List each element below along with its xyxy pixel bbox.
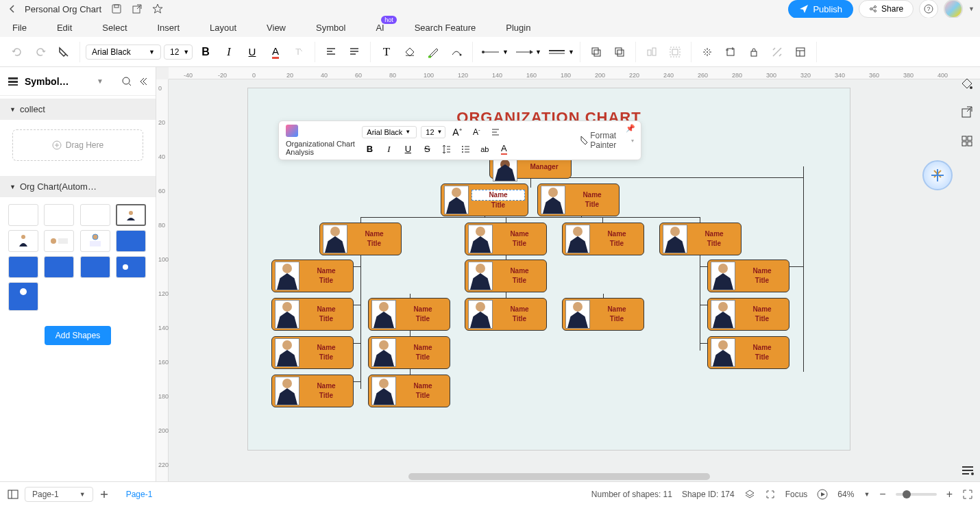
layers-icon[interactable] bbox=[744, 489, 755, 500]
sidebar-dropdown-icon[interactable]: ▼ bbox=[97, 77, 103, 85]
save-icon[interactable] bbox=[110, 2, 123, 16]
shape-thumb[interactable] bbox=[8, 204, 38, 226]
org-node[interactable]: NameTitle bbox=[368, 298, 450, 331]
distribute-button[interactable] bbox=[697, 42, 718, 62]
line-style-button[interactable]: ▼ bbox=[544, 42, 574, 62]
org-node[interactable]: NameTitle bbox=[368, 336, 450, 369]
org-node[interactable]: NameTitle bbox=[271, 375, 354, 407]
presentation-icon[interactable] bbox=[817, 489, 828, 500]
zoom-in-button[interactable]: + bbox=[946, 488, 953, 501]
undo-button[interactable] bbox=[7, 42, 27, 62]
zoom-value[interactable]: 64% bbox=[837, 490, 854, 499]
menu-symbol[interactable]: Symbol bbox=[316, 23, 345, 33]
font-size-select[interactable]: 12▼ bbox=[164, 45, 193, 60]
org-node[interactable]: NameTitle bbox=[562, 223, 644, 255]
org-node[interactable]: NameTitle bbox=[562, 298, 644, 331]
connector-button[interactable] bbox=[446, 42, 467, 62]
float-line-spacing-icon[interactable] bbox=[439, 142, 454, 157]
org-node[interactable]: NameTitle bbox=[465, 298, 547, 331]
drag-here-zone[interactable]: Drag Here bbox=[12, 129, 143, 161]
shape-thumb[interactable] bbox=[80, 256, 110, 278]
format-painter-icon[interactable] bbox=[579, 134, 588, 147]
menu-file[interactable]: File bbox=[12, 23, 27, 33]
menu-plugin[interactable]: Plugin bbox=[506, 23, 530, 33]
font-color-button[interactable]: A bbox=[265, 42, 286, 62]
float-font-color-button[interactable]: A bbox=[496, 142, 511, 157]
share-button[interactable]: Share bbox=[859, 0, 914, 18]
line-end-button[interactable]: ▼ bbox=[511, 42, 541, 62]
search-icon[interactable] bbox=[121, 76, 132, 87]
org-node[interactable]: NameTitle bbox=[271, 336, 354, 369]
zoom-slider[interactable] bbox=[896, 493, 937, 496]
org-node[interactable]: NameTitle bbox=[659, 223, 742, 255]
float-case-button[interactable]: ab bbox=[477, 142, 492, 157]
menu-search-feature[interactable]: Search Feature bbox=[415, 23, 476, 33]
menu-edit[interactable]: Edit bbox=[57, 23, 72, 33]
highlight-button[interactable] bbox=[423, 42, 443, 62]
org-node[interactable]: NameTitle bbox=[271, 260, 354, 292]
user-menu-caret[interactable]: ▼ bbox=[968, 5, 975, 12]
clear-format-button[interactable]: T bbox=[289, 42, 309, 62]
text-tool-button[interactable]: T bbox=[376, 42, 397, 62]
shape-thumb[interactable] bbox=[116, 230, 146, 252]
lock-button[interactable] bbox=[744, 42, 764, 62]
redo-button[interactable] bbox=[30, 42, 51, 62]
float-size-select[interactable]: 12▼ bbox=[421, 126, 445, 138]
org-node-selected[interactable]: NameTitle bbox=[441, 184, 528, 216]
align-objects-button[interactable] bbox=[641, 42, 662, 62]
shape-thumb[interactable] bbox=[116, 256, 146, 278]
pin-icon[interactable]: 📌 bbox=[626, 124, 635, 133]
node-name[interactable]: Name bbox=[471, 190, 525, 201]
shape-thumb[interactable] bbox=[8, 230, 38, 252]
menu-ai[interactable]: AI hot bbox=[376, 23, 384, 33]
underline-button[interactable]: U bbox=[242, 42, 262, 62]
menu-layout[interactable]: Layout bbox=[210, 23, 236, 33]
horizontal-scrollbar[interactable] bbox=[408, 473, 710, 480]
view-options-icon[interactable] bbox=[961, 465, 975, 476]
publish-button[interactable]: Publish bbox=[788, 0, 853, 18]
library-icon[interactable] bbox=[7, 75, 19, 88]
float-bold-button[interactable]: B bbox=[362, 142, 377, 157]
shape-thumb[interactable] bbox=[80, 204, 110, 226]
focus-frame-icon[interactable] bbox=[765, 489, 776, 500]
shape-thumb[interactable] bbox=[44, 204, 74, 226]
org-node[interactable]: NameTitle bbox=[707, 336, 789, 369]
shape-thumb[interactable] bbox=[116, 204, 146, 226]
float-bullets-icon[interactable] bbox=[458, 142, 473, 157]
decrease-font-icon[interactable]: A- bbox=[469, 125, 484, 140]
export-panel-icon[interactable] bbox=[959, 104, 975, 121]
shape-thumb[interactable] bbox=[80, 230, 110, 252]
italic-button[interactable]: I bbox=[219, 42, 239, 62]
float-underline-button[interactable]: U bbox=[400, 142, 415, 157]
format-painter-button[interactable] bbox=[53, 42, 74, 62]
org-node[interactable]: NameTitle bbox=[707, 298, 789, 331]
shape-thumb[interactable] bbox=[44, 230, 74, 252]
float-align-icon[interactable] bbox=[488, 125, 503, 140]
user-avatar[interactable] bbox=[944, 0, 963, 18]
back-button[interactable] bbox=[5, 2, 19, 16]
page-tab[interactable]: Page-1 bbox=[126, 490, 153, 499]
page-select[interactable]: Page-1▼ bbox=[25, 487, 93, 502]
org-node[interactable]: NameTitle bbox=[271, 298, 354, 331]
line-start-button[interactable]: ▼ bbox=[478, 42, 509, 62]
crop-button[interactable] bbox=[720, 42, 741, 62]
org-node[interactable]: NameTitle bbox=[465, 260, 547, 292]
orgchart-section-header[interactable]: ▼Org Chart(Autom… bbox=[0, 176, 156, 197]
float-font-select[interactable]: Arial Black▼ bbox=[362, 126, 417, 138]
org-node[interactable]: NameTitle bbox=[707, 260, 789, 292]
ai-analysis-icon[interactable] bbox=[286, 125, 298, 137]
increase-font-icon[interactable]: A+ bbox=[450, 125, 465, 140]
canvas[interactable]: ORGANIZATION CHART bbox=[169, 79, 980, 481]
shape-thumb[interactable] bbox=[8, 256, 38, 278]
tools-button[interactable] bbox=[767, 42, 787, 62]
align-h-button[interactable] bbox=[321, 42, 341, 62]
bring-front-button[interactable] bbox=[586, 42, 607, 62]
fullscreen-icon[interactable] bbox=[962, 489, 973, 500]
fill-panel-icon[interactable] bbox=[959, 75, 975, 92]
ai-assistant-bubble[interactable] bbox=[922, 160, 953, 190]
zoom-out-button[interactable]: − bbox=[879, 488, 885, 501]
fill-button[interactable] bbox=[400, 42, 420, 62]
float-strike-button[interactable]: S bbox=[419, 142, 434, 157]
menu-select[interactable]: Select bbox=[102, 23, 127, 33]
bold-button[interactable]: B bbox=[195, 42, 216, 62]
